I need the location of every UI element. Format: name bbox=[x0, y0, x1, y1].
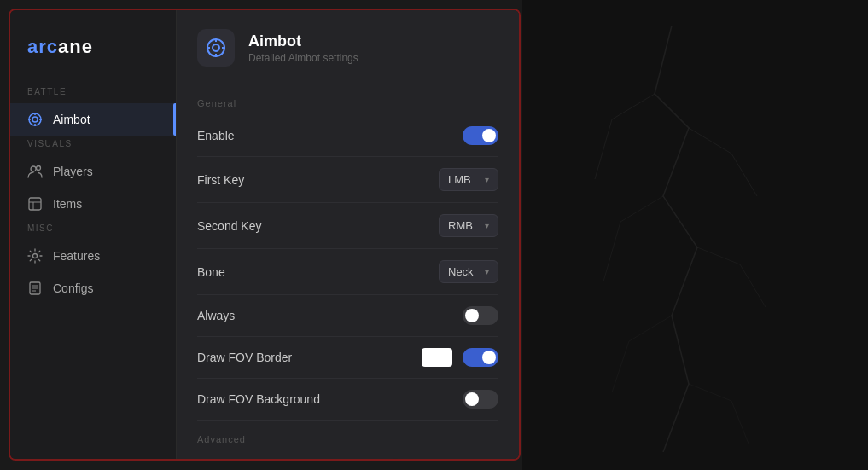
sidebar-item-configs[interactable]: Configs bbox=[10, 272, 176, 305]
dropdown-first-key[interactable]: LMB ▾ bbox=[439, 168, 498, 191]
svg-point-17 bbox=[213, 44, 219, 51]
toggle-knob-always bbox=[465, 309, 479, 322]
setting-control-always bbox=[463, 306, 498, 325]
chevron-down-icon-3: ▾ bbox=[485, 267, 489, 276]
sidebar-item-aimbot[interactable]: Aimbot bbox=[10, 103, 176, 136]
svg-point-7 bbox=[37, 166, 41, 171]
section-label-battle: BATTLE bbox=[10, 87, 176, 103]
background-panel bbox=[522, 0, 868, 470]
setting-label-enable: Enable bbox=[197, 129, 235, 142]
setting-label-always: Always bbox=[197, 309, 235, 322]
sidebar-item-features[interactable]: Features bbox=[10, 240, 176, 272]
group-label-advanced: Advanced bbox=[197, 421, 498, 451]
logo-ane: ane bbox=[58, 36, 93, 57]
chevron-down-icon: ▾ bbox=[485, 175, 489, 184]
setting-control-enable bbox=[463, 126, 498, 145]
main-content: Aimbot Detailed Aimbot settings General … bbox=[177, 10, 519, 459]
setting-control-draw-fov-background bbox=[463, 390, 498, 409]
section-label-visuals: VISUALS bbox=[10, 139, 176, 155]
setting-row-always: Always bbox=[197, 295, 498, 337]
dropdown-bone[interactable]: Neck ▾ bbox=[439, 260, 498, 283]
aimbot-icon bbox=[27, 112, 43, 127]
setting-row-first-key: First Key LMB ▾ bbox=[197, 157, 498, 203]
page-title: Aimbot bbox=[248, 32, 358, 50]
toggle-always[interactable] bbox=[463, 306, 498, 325]
main-window: arcane BATTLE Aimbot VISUALS bbox=[9, 9, 521, 461]
header-icon-aimbot bbox=[197, 29, 235, 67]
toggle-knob-enable bbox=[482, 129, 496, 142]
configs-icon bbox=[27, 281, 43, 296]
dropdown-first-key-value: LMB bbox=[448, 173, 471, 186]
setting-control-draw-fov-border bbox=[422, 348, 498, 367]
content-header: Aimbot Detailed Aimbot settings bbox=[177, 10, 519, 84]
svg-point-11 bbox=[33, 254, 38, 258]
sidebar-item-items[interactable]: Items bbox=[10, 188, 176, 220]
aimbot-label: Aimbot bbox=[53, 113, 90, 126]
setting-row-smooth: Smooth 0 v bbox=[197, 451, 498, 459]
setting-row-draw-fov-border: Draw FOV Border bbox=[197, 337, 498, 379]
setting-label-first-key: First Key bbox=[197, 173, 244, 187]
setting-row-draw-fov-background: Draw FOV Background bbox=[197, 379, 498, 421]
setting-row-enable: Enable bbox=[197, 115, 498, 157]
dropdown-second-key-value: RMB bbox=[448, 219, 473, 232]
toggle-draw-fov-border[interactable] bbox=[463, 348, 498, 367]
players-icon bbox=[27, 164, 43, 179]
toggle-enable[interactable] bbox=[463, 126, 498, 145]
features-icon bbox=[27, 248, 43, 264]
features-label: Features bbox=[53, 249, 100, 263]
setting-control-second-key: RMB ▾ bbox=[439, 214, 498, 237]
sidebar: arcane BATTLE Aimbot VISUALS bbox=[10, 10, 177, 459]
sidebar-item-players[interactable]: Players bbox=[10, 155, 176, 188]
svg-rect-8 bbox=[29, 198, 41, 210]
dropdown-bone-value: Neck bbox=[448, 265, 474, 278]
svg-point-0 bbox=[29, 113, 41, 125]
setting-label-draw-fov-background: Draw FOV Background bbox=[197, 392, 320, 406]
crack-decoration-icon bbox=[544, 26, 800, 452]
configs-label: Configs bbox=[53, 281, 93, 295]
setting-row-second-key: Second Key RMB ▾ bbox=[197, 203, 498, 249]
setting-control-bone: Neck ▾ bbox=[439, 260, 498, 283]
players-label: Players bbox=[53, 165, 93, 178]
logo-arc: arc bbox=[27, 36, 58, 57]
group-label-general: General bbox=[197, 84, 498, 115]
page-subtitle: Detailed Aimbot settings bbox=[248, 52, 358, 64]
app-logo: arcane bbox=[10, 27, 176, 84]
svg-point-6 bbox=[31, 166, 36, 171]
items-icon bbox=[27, 196, 43, 212]
dropdown-second-key[interactable]: RMB ▾ bbox=[439, 214, 498, 237]
setting-control-first-key: LMB ▾ bbox=[439, 168, 498, 191]
toggle-knob-draw-fov-background bbox=[465, 392, 479, 406]
svg-point-1 bbox=[32, 117, 38, 122]
header-text: Aimbot Detailed Aimbot settings bbox=[248, 32, 358, 64]
setting-label-second-key: Second Key bbox=[197, 219, 262, 233]
setting-label-draw-fov-border: Draw FOV Border bbox=[197, 351, 292, 364]
setting-label-bone: Bone bbox=[197, 265, 225, 279]
toggle-knob-draw-fov-border bbox=[482, 351, 496, 364]
chevron-down-icon-2: ▾ bbox=[485, 221, 489, 230]
toggle-draw-fov-background[interactable] bbox=[463, 390, 498, 409]
color-picker-fov-border[interactable] bbox=[422, 348, 452, 367]
items-label: Items bbox=[53, 197, 82, 211]
setting-row-bone: Bone Neck ▾ bbox=[197, 249, 498, 295]
settings-area: General Enable First Key LMB ▾ bbox=[177, 84, 519, 459]
section-label-misc: MISC bbox=[10, 223, 176, 240]
